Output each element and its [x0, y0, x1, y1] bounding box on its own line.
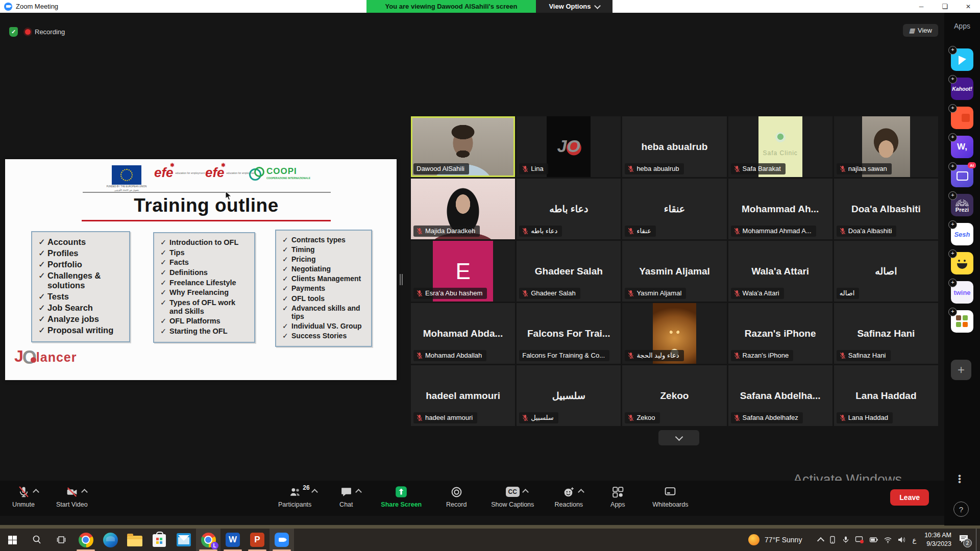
- participant-tile[interactable]: Majida Daradkeh: [411, 179, 515, 239]
- participant-tile[interactable]: Safinaz Hani Safinaz Hani: [834, 303, 938, 364]
- chevron-up-icon[interactable]: [522, 489, 529, 495]
- view-options-button[interactable]: View Options: [536, 0, 612, 13]
- participant-tile[interactable]: Ghadeer Salah Ghadeer Salah: [517, 241, 621, 302]
- taskbar-powerpoint[interactable]: P: [245, 529, 270, 551]
- participant-tile[interactable]: سلسبيل سلسبيل: [517, 365, 621, 426]
- screen-share-tray-icon[interactable]: [855, 536, 864, 544]
- participant-tile[interactable]: Falcons For Trai... Falcons For Training…: [517, 303, 621, 364]
- sidebar-app-item[interactable]: [951, 48, 973, 71]
- weather-sun-icon[interactable]: [748, 534, 760, 545]
- sidebar-app-item[interactable]: [951, 252, 973, 274]
- participant-tile[interactable]: Zekoo Zekoo: [622, 365, 726, 426]
- participant-tile[interactable]: دعاء وليد الحجة: [622, 303, 726, 364]
- participant-tile[interactable]: Wala'a Attari Wala'a Attari: [728, 241, 832, 302]
- chat-button[interactable]: Chat: [332, 481, 360, 516]
- participant-tile[interactable]: E Esra'a Abu hashem: [411, 241, 515, 302]
- unmute-button[interactable]: Unmute: [9, 481, 38, 516]
- taskbar-chrome-profile[interactable]: L: [196, 529, 220, 551]
- participant-tile[interactable]: Safa Clinic Safa Barakat: [728, 116, 832, 177]
- participant-name: Yasmin Aljamal: [636, 289, 681, 297]
- taskbar-edge[interactable]: [98, 529, 122, 551]
- participant-tile[interactable]: دعاء باطه دعاء باطه: [517, 179, 621, 239]
- sidebar-app-item[interactable]: Prezi: [951, 194, 973, 216]
- apps-button[interactable]: Apps: [603, 481, 632, 516]
- more-participants-button[interactable]: [658, 430, 699, 445]
- chevron-up-icon[interactable]: [578, 489, 584, 495]
- add-apps-button[interactable]: [951, 360, 971, 380]
- add-app-badge-icon[interactable]: [948, 308, 957, 316]
- panel-resize-handle[interactable]: [399, 270, 403, 289]
- add-app-badge-icon[interactable]: [948, 75, 957, 84]
- search-button[interactable]: [24, 529, 49, 551]
- sidebar-app-item[interactable]: [951, 310, 973, 333]
- share-screen-button[interactable]: Share Screen: [381, 481, 422, 516]
- notification-center-button[interactable]: 2: [959, 534, 969, 545]
- add-app-badge-icon[interactable]: [948, 104, 957, 113]
- close-button[interactable]: [957, 0, 980, 13]
- chevron-up-icon[interactable]: [311, 489, 318, 495]
- participant-tile[interactable]: Yasmin Aljamal Yasmin Aljamal: [622, 241, 726, 302]
- security-shield-icon[interactable]: [9, 27, 18, 37]
- participant-tile[interactable]: Mohammad Ah... Mohammad Ahmad A...: [728, 179, 832, 239]
- language-indicator[interactable]: ع: [911, 536, 917, 544]
- add-app-badge-icon[interactable]: [948, 191, 957, 200]
- participant-tile[interactable]: Mohamad Abda... Mohamad Abdallah: [411, 303, 515, 364]
- participants-button[interactable]: 26 Participants: [278, 481, 311, 516]
- whiteboards-button[interactable]: Whiteboards: [652, 481, 688, 516]
- sidebar-app-item[interactable]: twine: [951, 281, 973, 304]
- participant-tile[interactable]: Dawood AlSahili: [411, 116, 515, 177]
- show-desktop-button[interactable]: [976, 529, 978, 551]
- add-app-badge-icon[interactable]: [948, 162, 957, 171]
- participant-tile[interactable]: JO Lina: [517, 116, 621, 177]
- start-video-button[interactable]: Start Video: [56, 481, 88, 516]
- taskbar-mail[interactable]: [172, 529, 196, 551]
- add-app-badge-icon[interactable]: [948, 46, 957, 55]
- taskbar-zoom[interactable]: [270, 529, 294, 551]
- participant-tile[interactable]: hadeel ammouri hadeel ammouri: [411, 365, 515, 426]
- sidebar-app-item[interactable]: Kahoot!: [951, 78, 973, 100]
- view-button[interactable]: View: [903, 24, 938, 37]
- minimize-button[interactable]: [910, 0, 933, 13]
- chevron-up-icon[interactable]: [81, 489, 88, 495]
- task-view-button[interactable]: [49, 529, 74, 551]
- taskbar-word[interactable]: W: [220, 529, 245, 551]
- participant-name: heba abualrub: [636, 165, 679, 172]
- taskbar-store[interactable]: [147, 529, 172, 551]
- add-app-badge-icon[interactable]: [948, 133, 957, 142]
- taskbar-clock[interactable]: 10:36 AM9/3/2023: [924, 531, 951, 548]
- show-captions-button[interactable]: CC Show Captions: [491, 481, 534, 516]
- wifi-icon[interactable]: [884, 536, 892, 544]
- participant-tile[interactable]: Lana Haddad Lana Haddad: [834, 365, 938, 426]
- battery-icon[interactable]: [869, 536, 878, 544]
- add-app-badge-icon[interactable]: [948, 220, 957, 229]
- add-app-badge-icon[interactable]: [948, 249, 957, 258]
- more-options-button[interactable]: [958, 474, 961, 484]
- participant-tile[interactable]: عنقاء عنقاء: [622, 179, 726, 239]
- sidebar-app-item[interactable]: Sesh: [951, 223, 973, 245]
- sidebar-app-item[interactable]: W,: [951, 136, 973, 158]
- participant-tile[interactable]: najlaa sawan: [834, 116, 938, 177]
- reactions-button[interactable]: Reactions: [554, 481, 583, 516]
- start-button[interactable]: [0, 529, 24, 551]
- maximize-button[interactable]: [933, 0, 957, 13]
- sidebar-app-item[interactable]: AI: [951, 165, 973, 187]
- participant-tile[interactable]: Razan's iPhone Razan's iPhone: [728, 303, 832, 364]
- weather-text[interactable]: 77°F Sunny: [765, 536, 802, 544]
- speaker-icon[interactable]: [897, 536, 906, 544]
- participant-tile[interactable]: اصاله اصاله: [834, 241, 938, 302]
- record-button[interactable]: Record: [442, 481, 471, 516]
- chevron-up-icon[interactable]: [355, 489, 362, 495]
- help-button[interactable]: ?: [953, 502, 969, 517]
- participant-tile[interactable]: heba abualrub heba abualrub: [622, 116, 726, 177]
- taskbar-chrome[interactable]: [74, 529, 98, 551]
- microphone-tray-icon[interactable]: [842, 536, 850, 544]
- taskbar-file-explorer[interactable]: [122, 529, 147, 551]
- sidebar-app-item[interactable]: [951, 107, 973, 129]
- participant-tile[interactable]: Safana Abdelha... Safana Abdelhafez: [728, 365, 832, 426]
- hidden-icons-chevron[interactable]: [817, 537, 824, 544]
- add-app-badge-icon[interactable]: [948, 279, 957, 287]
- leave-button[interactable]: Leave: [890, 489, 929, 506]
- participant-tile[interactable]: Doa'a Albashiti Doa'a Albashiti: [834, 179, 938, 239]
- device-icon[interactable]: [828, 536, 837, 544]
- chevron-up-icon[interactable]: [33, 489, 39, 495]
